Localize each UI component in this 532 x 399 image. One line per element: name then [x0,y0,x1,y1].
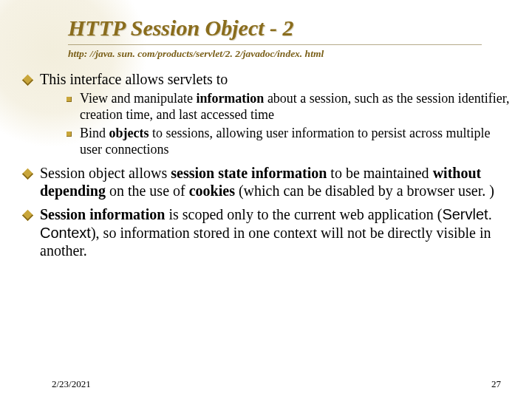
text-bold: session state information [171,165,327,181]
text: on the use of [106,183,189,199]
text: ), so information stored in one context … [40,225,491,259]
text: Bind [80,126,109,140]
text-bold: cookies [189,183,235,199]
content-area: This interface allows servlets to View a… [0,60,532,260]
title-rule [68,44,482,45]
text: to be maintained [327,165,432,181]
text: (which can be disabled by a browser user… [235,183,494,199]
footer-page-number: 27 [491,378,501,390]
bullet-1-text: This interface allows servlets to [40,71,228,87]
bullet-2: Session object allows session state info… [15,164,511,200]
slide-title: HTTP Session Object - 2 [68,16,532,40]
sub-bullet-list: View and manipulate information about a … [40,91,511,158]
footer-date: 2/23/2021 [52,378,91,390]
sub-bullet-2: Bind objects to sessions, allowing user … [40,126,511,158]
bullet-list: This interface allows servlets to View a… [15,70,511,260]
text-bold: information [196,91,264,106]
bullet-3: Session information is scoped only to th… [15,205,511,259]
slide-subtitle: http: //java. sun. com/products/servlet/… [68,48,532,60]
sub-bullet-1: View and manipulate information about a … [40,91,511,123]
text-bold: Session information [40,206,165,222]
text: Session object allows [40,165,171,181]
title-block: HTTP Session Object - 2 http: //java. su… [0,0,532,60]
text: is scoped only to the current web applic… [165,206,442,222]
text: View and manipulate [80,91,196,106]
bullet-1: This interface allows servlets to View a… [15,70,511,158]
text-bold: objects [109,126,149,140]
